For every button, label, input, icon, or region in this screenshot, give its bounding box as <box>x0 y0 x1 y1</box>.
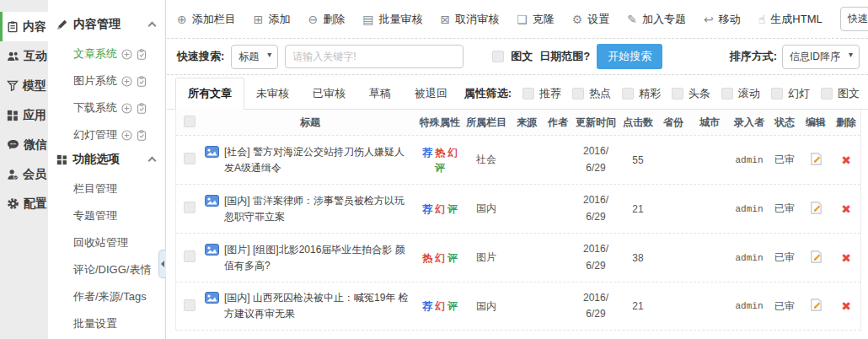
sidebar-item-回收站管理[interactable]: 回收站管理 <box>48 229 165 256</box>
filter-option-热点[interactable]: 热点 <box>572 86 611 101</box>
edit-button[interactable] <box>809 201 823 215</box>
date-range-label[interactable]: 日期范围? <box>539 49 590 64</box>
tab-未审核[interactable]: 未审核 <box>244 78 301 109</box>
sidebar-item-幻灯管理[interactable]: 幻灯管理 <box>48 121 165 148</box>
filter-option-幻灯[interactable]: 幻灯 <box>771 86 810 101</box>
toolbar-button-克隆[interactable]: ❏克隆 <box>517 12 555 27</box>
rail-item-内容[interactable]: 内容 <box>0 12 48 41</box>
image-text-checkbox[interactable] <box>492 51 504 62</box>
row-checkbox-cell <box>176 299 203 314</box>
add-icon[interactable] <box>121 76 132 87</box>
attr-badge[interactable]: 评 <box>447 299 458 314</box>
sort-select[interactable]: 信息ID降序 <box>782 45 860 69</box>
filter-option-精彩[interactable]: 精彩 <box>622 86 661 101</box>
article-title[interactable]: [国内] 雷洋案律师：涉事警员被检方以玩忽职守罪立案 <box>203 190 417 228</box>
start-search-button[interactable]: 开始搜索 <box>597 44 662 69</box>
sidebar-item-作者/来源/Tags[interactable]: 作者/来源/Tags <box>48 283 165 310</box>
row-checkbox[interactable] <box>184 202 196 213</box>
article-date: 2016/6/29 <box>572 143 619 175</box>
attr-badge[interactable]: 荐 <box>422 299 432 314</box>
toolbar-button-移动[interactable]: ↩移动 <box>704 12 741 27</box>
article-title[interactable]: [社会] 警方对海淀公交站持刀伤人嫌疑人发A级通缉令 <box>203 141 417 179</box>
row-checkbox[interactable] <box>184 299 196 311</box>
hand-pointer-icon: ☝ <box>758 13 766 25</box>
attr-badge[interactable]: 幻 <box>435 202 445 217</box>
audit-icon[interactable] <box>137 76 147 87</box>
attr-badge[interactable]: 热 <box>422 250 432 266</box>
rail-item-微信[interactable]: 微信 <box>0 130 48 159</box>
sidebar-item-栏目管理[interactable]: 栏目管理 <box>48 175 165 202</box>
filter-checkbox[interactable] <box>821 88 833 100</box>
sidebar-item-评论/DIGG/表情[interactable]: 评论/DIGG/表情 <box>48 256 165 283</box>
filter-checkbox[interactable] <box>721 88 733 100</box>
tab-已审核[interactable]: 已审核 <box>301 78 357 109</box>
filter-checkbox[interactable] <box>771 88 783 100</box>
article-status: 已审 <box>769 299 800 314</box>
rail-item-应用[interactable]: 应用 <box>0 100 48 130</box>
filter-option-头条[interactable]: 头条 <box>672 86 710 101</box>
rail-item-互动[interactable]: 互动 <box>0 41 48 71</box>
jump-to-column-select[interactable]: 快速跳转到栏目... <box>840 7 868 31</box>
toolbar-button-label: 设置 <box>587 12 609 27</box>
row-checkbox[interactable] <box>184 153 196 164</box>
keyword-input[interactable] <box>285 45 463 68</box>
attr-badge[interactable]: 幻 <box>435 299 445 314</box>
filter-option-图文[interactable]: 图文 <box>821 86 860 101</box>
filter-option-滚动[interactable]: 滚动 <box>721 86 760 101</box>
attr-badge[interactable]: 评 <box>447 250 458 266</box>
tab-所有文章[interactable]: 所有文章 <box>175 78 244 110</box>
rail-item-模型[interactable]: 模型 <box>0 71 48 100</box>
edit-button[interactable] <box>809 298 823 312</box>
add-icon[interactable] <box>121 49 132 60</box>
filter-option-推荐[interactable]: 推荐 <box>522 86 561 101</box>
filter-checkbox[interactable] <box>522 88 534 100</box>
sidebar-item-专题管理[interactable]: 专题管理 <box>48 202 165 229</box>
filter-checkbox[interactable] <box>572 88 584 100</box>
attr-badge[interactable]: 荐 <box>422 145 432 160</box>
article-title[interactable]: [图片] [组图]北影2016届毕业生拍合影 颜值有多高? <box>203 239 417 277</box>
toolbar-button-添加栏目[interactable]: ⊕添加栏目 <box>177 12 236 27</box>
add-icon[interactable] <box>121 130 132 141</box>
sidebar-item-文章系统[interactable]: 文章系统 <box>48 40 165 67</box>
edit-button[interactable] <box>809 250 823 264</box>
sidebar-item-批量设置[interactable]: 批量设置 <box>48 310 165 337</box>
audit-icon[interactable] <box>137 130 147 141</box>
attr-badge[interactable]: 热 <box>435 145 445 160</box>
search-field-select[interactable]: 标题 <box>231 45 278 69</box>
audit-icon[interactable] <box>137 49 147 60</box>
attr-badge[interactable]: 幻 <box>435 250 445 266</box>
sidebar-item-图片系统[interactable]: 图片系统 <box>48 67 165 94</box>
filter-checkbox[interactable] <box>672 88 683 100</box>
sidebar-collapse-handle[interactable] <box>158 250 166 278</box>
delete-button[interactable]: ✖ <box>841 153 851 167</box>
attr-badge[interactable]: 评 <box>435 160 445 175</box>
move-icon: ↩ <box>704 13 714 25</box>
delete-button[interactable]: ✖ <box>841 202 851 216</box>
select-all-checkbox[interactable] <box>184 116 196 127</box>
toolbar-button-删除[interactable]: ⊖删除 <box>308 12 345 27</box>
attr-badge[interactable]: 评 <box>447 202 458 217</box>
tab-草稿[interactable]: 草稿 <box>357 78 403 109</box>
toolbar-button-添加[interactable]: ⊞添加 <box>254 12 291 27</box>
edit-button[interactable] <box>809 152 823 166</box>
toolbar-button-取消审核[interactable]: ⊠取消审核 <box>440 12 499 27</box>
row-checkbox[interactable] <box>184 250 196 262</box>
add-icon[interactable] <box>121 103 132 114</box>
sidebar-item-下载系统[interactable]: 下载系统 <box>48 94 165 121</box>
filter-checkbox[interactable] <box>622 88 634 100</box>
delete-button[interactable]: ✖ <box>841 251 851 265</box>
tab-被退回[interactable]: 被退回 <box>403 78 459 109</box>
toolbar-button-生成HTML[interactable]: ☝生成HTML <box>758 12 822 27</box>
attr-badge[interactable]: 幻 <box>447 145 458 160</box>
rail-item-配置[interactable]: 配置 <box>0 189 48 218</box>
audit-icon[interactable] <box>137 103 147 114</box>
article-title[interactable]: [国内] 山西死囚枪决被中止：喊冤19年 检方建议再审无果 <box>203 287 417 325</box>
rail-item-会员[interactable]: 会员 <box>0 159 48 189</box>
toolbar-button-加入专题[interactable]: ✎加入专题 <box>627 12 686 27</box>
delete-button[interactable]: ✖ <box>841 299 851 313</box>
toolbar-button-设置[interactable]: ⚙设置 <box>572 12 610 27</box>
toolbar-button-批量审核[interactable]: ▤批量审核 <box>362 12 422 27</box>
attr-badge[interactable]: 荐 <box>422 202 432 217</box>
sidebar-section-header[interactable]: 内容管理 <box>48 13 165 40</box>
sidebar-section-header[interactable]: 功能选项 <box>48 148 165 175</box>
